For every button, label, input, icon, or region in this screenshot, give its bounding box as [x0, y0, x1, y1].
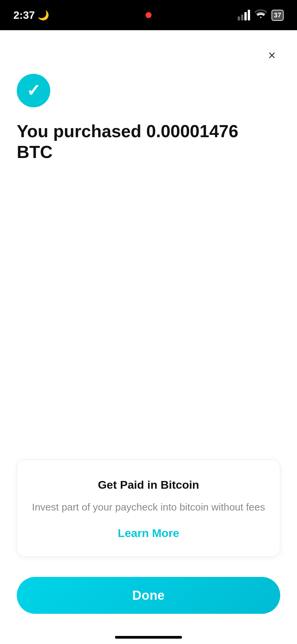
- promo-card-description: Invest part of your paycheck into bitcoi…: [31, 499, 266, 515]
- promo-card: Get Paid in Bitcoin Invest part of your …: [17, 460, 280, 557]
- battery-level: 37: [274, 11, 281, 19]
- status-time: 2:37 🌙: [13, 9, 49, 21]
- purchase-title: You purchased 0.00001476 BTC: [17, 121, 251, 163]
- close-button[interactable]: ×: [263, 47, 280, 64]
- checkmark-icon: ✓: [26, 82, 41, 99]
- success-section: ✓ You purchased 0.00001476 BTC: [17, 30, 280, 163]
- status-bar: 2:37 🌙 37: [0, 0, 297, 30]
- home-indicator: [115, 636, 182, 639]
- battery-icon: 37: [272, 10, 284, 21]
- wifi-icon: [255, 9, 267, 21]
- promo-card-title: Get Paid in Bitcoin: [31, 478, 266, 491]
- done-label: Done: [132, 588, 165, 603]
- success-checkmark-circle: ✓: [17, 74, 50, 107]
- done-button[interactable]: Done: [17, 577, 280, 614]
- time-display: 2:37: [13, 9, 35, 21]
- close-icon: ×: [268, 49, 276, 62]
- dynamic-island: [105, 5, 192, 25]
- status-icons: 37: [238, 9, 284, 21]
- recording-indicator: [145, 12, 152, 18]
- signal-strength-icon: [238, 10, 250, 20]
- moon-icon: 🌙: [38, 10, 49, 21]
- main-content: × ✓ You purchased 0.00001476 BTC Get Pai…: [0, 30, 297, 644]
- learn-more-link[interactable]: Learn More: [118, 527, 179, 539]
